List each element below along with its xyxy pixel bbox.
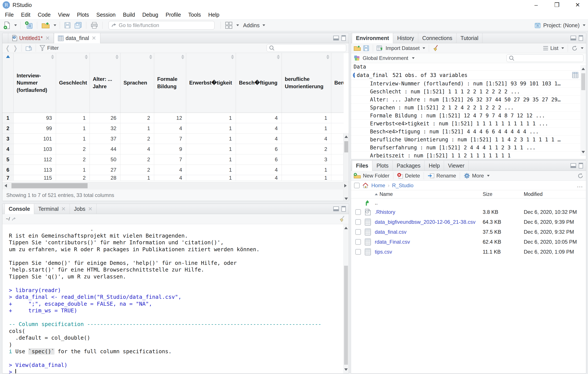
file-checkbox[interactable] bbox=[355, 229, 361, 235]
tab-files[interactable]: Files bbox=[352, 161, 372, 171]
tab-plots[interactable]: Plots bbox=[372, 161, 393, 171]
minimize-pane-icon[interactable] bbox=[333, 207, 339, 211]
close-icon[interactable]: ✕ bbox=[567, 0, 588, 10]
tab-terminal[interactable]: Terminal✕ bbox=[34, 204, 70, 214]
tab-help[interactable]: Help bbox=[424, 161, 444, 171]
refresh-icon[interactable] bbox=[578, 173, 583, 179]
sort-arrows-icon[interactable] bbox=[149, 55, 152, 59]
variable-row[interactable]: Alter: ... Jahre : num [1:521] 26 32 37 … bbox=[351, 96, 586, 104]
environment-search-input[interactable] bbox=[516, 55, 581, 61]
save-all-button[interactable] bbox=[74, 22, 83, 29]
file-row[interactable]: tips.csv 11.1 KB Dec 6, 2020, 1:09 PM bbox=[351, 247, 586, 257]
column-header[interactable]: Formale Bildung bbox=[154, 53, 186, 113]
file-name-link[interactable]: .Rhistory bbox=[375, 209, 395, 215]
breadcrumb-home-link[interactable]: Home bbox=[371, 182, 385, 188]
scroll-thumb[interactable] bbox=[344, 266, 348, 365]
minimize-pane-icon[interactable] bbox=[570, 163, 576, 168]
menu-edit[interactable]: Edit bbox=[17, 12, 34, 18]
variable-row[interactable]: Geschlecht : num [1:521] 1 1 1 2 2 1 2 2… bbox=[351, 88, 586, 96]
breadcrumb-more-button[interactable]: ... bbox=[577, 182, 583, 189]
open-file-caret-icon[interactable] bbox=[54, 24, 56, 26]
restore-icon[interactable]: ❐ bbox=[546, 0, 567, 10]
column-header[interactable]: berufliche Umorientierung bbox=[282, 53, 331, 113]
tab-data-final-close-icon[interactable]: ✕ bbox=[92, 35, 96, 41]
tab-connections[interactable]: Connections bbox=[418, 33, 457, 43]
files-header-name[interactable]: Name bbox=[375, 191, 483, 197]
column-header[interactable]: Erwerbst�tigkeit bbox=[186, 53, 236, 113]
variable-row[interactable]: Interview-Nummer (fortlaufend) : num [1:… bbox=[351, 80, 586, 88]
new-file-button[interactable] bbox=[3, 21, 11, 29]
scroll-thumb[interactable] bbox=[344, 141, 348, 152]
scroll-right-icon[interactable] bbox=[344, 184, 347, 187]
project-menu-button[interactable]: R Project: (None) bbox=[534, 22, 585, 29]
menu-build[interactable]: Build bbox=[119, 12, 139, 18]
menu-view[interactable]: View bbox=[54, 12, 73, 18]
tab-packages[interactable]: Packages bbox=[393, 161, 425, 171]
table-horizontal-scrollbar[interactable] bbox=[2, 182, 349, 189]
data-viewer-search[interactable] bbox=[267, 44, 346, 52]
files-header-modified[interactable]: Modified bbox=[524, 191, 586, 197]
file-checkbox[interactable] bbox=[355, 249, 361, 255]
environment-scrollbar[interactable] bbox=[580, 65, 586, 156]
console-prompt-line[interactable]: > bbox=[9, 369, 340, 374]
variable-row[interactable]: Berufserfahrung : num [1:521] 2 4 4 4 1 … bbox=[351, 144, 586, 152]
menu-help[interactable]: Help bbox=[205, 12, 223, 18]
open-file-button[interactable] bbox=[41, 22, 51, 29]
file-checkbox[interactable] bbox=[355, 239, 361, 245]
menu-debug[interactable]: Debug bbox=[139, 12, 162, 18]
print-button[interactable] bbox=[90, 22, 99, 29]
menu-plots[interactable]: Plots bbox=[73, 12, 93, 18]
tab-console[interactable]: Console bbox=[5, 204, 34, 214]
menu-session[interactable]: Session bbox=[93, 12, 119, 18]
scroll-left-icon[interactable] bbox=[5, 184, 7, 187]
back-arrow-icon[interactable]: ❬ bbox=[5, 44, 10, 52]
column-header[interactable]: Sprachen bbox=[120, 53, 154, 113]
file-name-link[interactable]: rdata_Final.csv bbox=[375, 239, 410, 245]
scope-selector-label[interactable]: Global Environment bbox=[363, 55, 408, 61]
pane-layout-caret-icon[interactable] bbox=[236, 24, 239, 26]
table-row[interactable]: 511225027163 bbox=[2, 154, 344, 165]
variable-row[interactable]: berufliche Umorientierung : num [1:521] … bbox=[351, 136, 586, 144]
tab-terminal-close-icon[interactable]: ✕ bbox=[61, 206, 66, 212]
sort-arrows-icon[interactable] bbox=[277, 55, 280, 59]
file-row[interactable]: rdata_Final.csv 62.4 KB Dec 6, 2020, 10:… bbox=[351, 237, 586, 247]
home-icon[interactable] bbox=[362, 182, 369, 189]
file-checkbox[interactable] bbox=[355, 209, 361, 215]
console-scrollbar[interactable] bbox=[343, 224, 349, 373]
file-row-updir[interactable]: .. bbox=[351, 198, 586, 207]
table-row[interactable]: 410324449162 bbox=[2, 144, 344, 154]
tab-data-final[interactable]: data_final ✕ bbox=[54, 33, 100, 43]
goto-working-dir-icon[interactable] bbox=[12, 217, 17, 221]
file-name-link[interactable]: data_final.csv bbox=[375, 229, 407, 235]
console-output[interactable]: . R ist ein Gemeinschaftsprojekt mit vie… bbox=[2, 224, 349, 373]
column-header[interactable]: Geschlecht bbox=[56, 53, 90, 113]
addins-button[interactable]: Addins bbox=[243, 22, 265, 29]
goto-file-search[interactable] bbox=[109, 21, 215, 30]
menu-tools[interactable]: Tools bbox=[185, 12, 205, 18]
column-header[interactable]: Interview-Nummer (fortlaufend) bbox=[14, 53, 56, 113]
breadcrumb-folder-link[interactable]: R_Studio bbox=[392, 182, 413, 188]
files-header-size[interactable]: Size bbox=[483, 191, 524, 197]
select-all-checkbox[interactable] bbox=[354, 183, 360, 188]
tab-tutorial[interactable]: Tutorial bbox=[457, 33, 483, 43]
tab-jobs[interactable]: Jobs✕ bbox=[70, 204, 97, 214]
sort-arrows-icon[interactable] bbox=[51, 55, 54, 59]
file-row[interactable]: data_final.csv 37.5 KB Dec 6, 2020, 9:32… bbox=[351, 227, 586, 237]
table-row[interactable]: 193126212141 bbox=[2, 113, 344, 123]
variable-row[interactable]: Formale Bildung : num [1:521] 12 4 7 9 7… bbox=[351, 112, 586, 120]
environment-object-row[interactable]: data_final 521 obs. of 33 variables bbox=[351, 71, 586, 80]
sort-arrows-icon[interactable] bbox=[181, 55, 184, 59]
table-vertical-scrollbar[interactable] bbox=[343, 133, 349, 201]
maximize-pane-icon[interactable] bbox=[341, 35, 346, 41]
tab-viewer[interactable]: Viewer bbox=[444, 161, 469, 171]
scroll-thumb[interactable] bbox=[11, 183, 88, 188]
clear-environment-broom-icon[interactable] bbox=[433, 45, 439, 52]
variable-row[interactable]: Erwerbst<e4>tigkeit : num [1:521] 1 1 1 … bbox=[351, 120, 586, 128]
table-row[interactable]: 29913214141 bbox=[2, 123, 344, 134]
menu-code[interactable]: Code bbox=[34, 12, 54, 18]
maximize-pane-icon[interactable] bbox=[341, 206, 346, 212]
new-project-button[interactable]: R bbox=[24, 21, 33, 29]
refresh-icon[interactable] bbox=[572, 45, 578, 51]
sort-arrows-icon[interactable] bbox=[85, 55, 88, 59]
tab-environment[interactable]: Environment bbox=[352, 33, 393, 43]
